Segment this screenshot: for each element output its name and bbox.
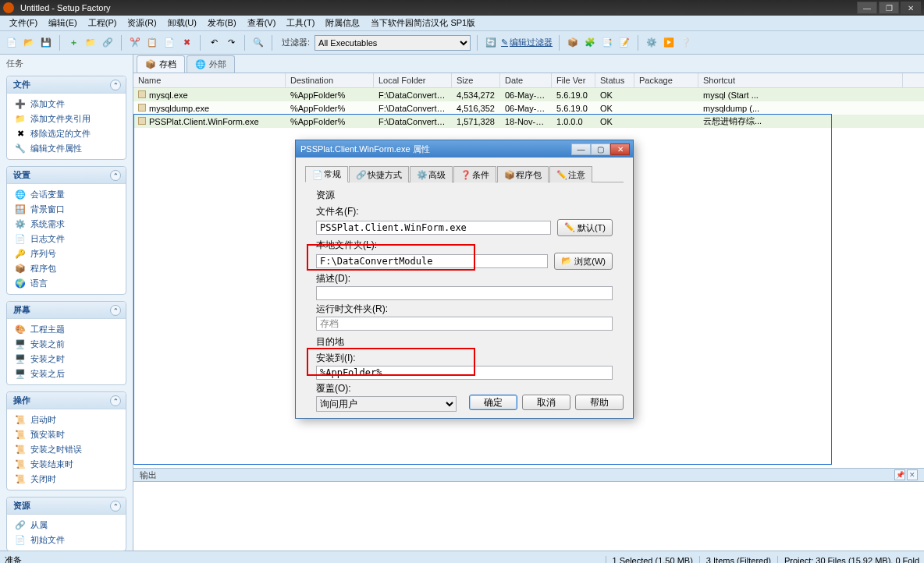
undo-icon[interactable]: ↶: [207, 36, 221, 50]
panel-screens-header[interactable]: 屏幕⌃: [7, 302, 126, 319]
add-icon[interactable]: ＋: [66, 36, 80, 50]
dialog-close-button[interactable]: ✕: [610, 143, 630, 155]
ok-button[interactable]: 确定: [469, 395, 517, 410]
add-folder-icon[interactable]: 📁: [84, 36, 98, 50]
item-pre-install[interactable]: 📜预安装时: [7, 427, 126, 442]
item-theme[interactable]: 🎨工程主题: [7, 322, 126, 337]
menu-tools[interactable]: 工具(T): [282, 16, 319, 30]
item-on-shutdown[interactable]: 📜关闭时: [7, 472, 126, 487]
table-row[interactable]: PSSPlat.Client.WinForm.exe%AppFolder%F:\…: [133, 115, 924, 128]
item-edit-file-props[interactable]: 🔧编辑文件属性: [7, 141, 126, 156]
item-dependencies[interactable]: 🔗从属: [7, 518, 126, 533]
col-size[interactable]: Size: [452, 73, 500, 87]
edit-filter-link[interactable]: ✎ 编辑过滤器: [501, 37, 553, 48]
menu-view[interactable]: 查看(V): [243, 16, 281, 30]
col-date[interactable]: Date: [500, 73, 552, 87]
item-before-install[interactable]: 🖥️安装之前: [7, 337, 126, 352]
item-requirements[interactable]: ⚙️系统需求: [7, 217, 126, 232]
tab-conditions[interactable]: ❓条件: [453, 166, 496, 182]
tab-packages[interactable]: 📦程序包: [497, 166, 549, 182]
menu-resources[interactable]: 资源(R): [123, 16, 161, 30]
item-session-vars[interactable]: 🌐会话变量: [7, 187, 126, 202]
col-shortcut[interactable]: Shortcut: [698, 73, 903, 87]
localfolder-input[interactable]: [316, 254, 548, 268]
tab-shortcut[interactable]: 🔗快捷方式: [349, 166, 409, 182]
dialog-minimize-button[interactable]: —: [571, 143, 591, 155]
close-button[interactable]: ✕: [901, 2, 921, 14]
panel-settings-header[interactable]: 设置⌃: [7, 167, 126, 184]
item-while-install[interactable]: 🖥️安装之时: [7, 352, 126, 366]
new-icon[interactable]: 📄: [5, 36, 19, 50]
save-icon[interactable]: 💾: [39, 36, 53, 50]
item-language[interactable]: 🌍语言: [7, 276, 126, 291]
filename-input[interactable]: [316, 221, 551, 235]
copy-icon[interactable]: 📋: [145, 36, 159, 50]
panel-files-header[interactable]: 文件⌃: [7, 76, 126, 94]
build-icon[interactable]: ⚙️: [645, 36, 659, 50]
item-on-startup[interactable]: 📜启动时: [7, 413, 126, 427]
tab-notes[interactable]: ✏️注意: [549, 166, 592, 182]
table-row[interactable]: mysqldump.exe%AppFolder%F:\DataConvertM.…: [133, 101, 924, 115]
menu-about[interactable]: 当下软件园简洁汉化 SP1版: [366, 16, 480, 30]
table-row[interactable]: mysql.exe%AppFolder%F:\DataConvertM...4,…: [133, 88, 924, 101]
col-file-ver[interactable]: File Ver: [552, 73, 595, 87]
tool3-icon[interactable]: 📑: [600, 36, 614, 50]
maximize-button[interactable]: ❐: [879, 2, 899, 14]
overwrite-select[interactable]: 询问用户: [316, 396, 457, 412]
col-status[interactable]: Status: [595, 73, 634, 87]
open-icon[interactable]: 📂: [22, 36, 36, 50]
tab-external[interactable]: 🌐 外部: [187, 55, 235, 73]
paste-icon[interactable]: 📄: [162, 36, 176, 50]
cancel-button[interactable]: 取消: [522, 395, 570, 410]
output-pin-icon[interactable]: 📌: [894, 469, 905, 480]
tool1-icon[interactable]: 📦: [566, 36, 580, 50]
filter-refresh-icon[interactable]: 🔄: [484, 36, 498, 50]
filter-select[interactable]: All Executables: [315, 35, 471, 51]
menu-uninstall[interactable]: 卸载(U): [163, 16, 201, 30]
panel-actions-header[interactable]: 操作⌃: [7, 392, 126, 409]
tool4-icon[interactable]: 📝: [617, 36, 631, 50]
cut-icon[interactable]: ✂️: [128, 36, 142, 50]
menu-edit[interactable]: 编辑(E): [44, 16, 82, 30]
menu-file[interactable]: 文件(F): [5, 16, 42, 30]
col-destination[interactable]: Destination: [286, 73, 374, 87]
col-package[interactable]: Package: [634, 73, 698, 87]
runtime-folder-input[interactable]: [316, 317, 613, 331]
item-add-files[interactable]: ➕添加文件: [7, 97, 126, 112]
installto-input[interactable]: [316, 366, 613, 380]
menu-project[interactable]: 工程(P): [84, 16, 122, 30]
browse-button[interactable]: 📂浏览(W): [554, 253, 613, 270]
minimize-button[interactable]: —: [857, 2, 877, 14]
col-name[interactable]: Name: [133, 73, 286, 87]
redo-icon[interactable]: ↷: [224, 36, 238, 50]
item-packages[interactable]: 📦程序包: [7, 261, 126, 276]
menu-publish[interactable]: 发布(B): [203, 16, 241, 30]
item-background[interactable]: 🪟背景窗口: [7, 202, 126, 217]
item-serial[interactable]: 🔑序列号: [7, 246, 126, 261]
menu-depend[interactable]: 附属信息: [321, 16, 364, 30]
tab-archive[interactable]: 📦 存档: [137, 55, 185, 73]
output-close-icon[interactable]: ✕: [907, 469, 918, 480]
add-ref-icon[interactable]: 🔗: [101, 36, 115, 50]
help-icon[interactable]: ❔: [679, 36, 693, 50]
item-install-error[interactable]: 📜安装之时错误: [7, 442, 126, 457]
tool2-icon[interactable]: 🧩: [583, 36, 597, 50]
find-icon[interactable]: 🔍: [251, 36, 265, 50]
run-icon[interactable]: ▶️: [662, 36, 676, 50]
dialog-titlebar[interactable]: PSSPlat.Client.WinForm.exe 属性 — ▢ ✕: [296, 140, 633, 158]
item-remove-selected[interactable]: ✖移除选定的文件: [7, 126, 126, 141]
delete-icon[interactable]: ✖: [179, 36, 194, 50]
help-button[interactable]: 帮助: [575, 395, 624, 410]
item-add-folder-ref[interactable]: 📁添加文件夹引用: [7, 112, 126, 126]
dialog-maximize-button[interactable]: ▢: [591, 143, 610, 155]
item-log-file[interactable]: 📄日志文件: [7, 232, 126, 246]
tab-advanced[interactable]: ⚙️高级: [410, 166, 453, 182]
description-input[interactable]: [316, 286, 613, 300]
item-primer-files[interactable]: 📄初始文件: [7, 533, 126, 547]
panel-resources-header[interactable]: 资源⌃: [7, 497, 126, 515]
default-button[interactable]: ✏️默认(T): [557, 219, 613, 236]
tab-general[interactable]: 📄常规: [305, 166, 348, 182]
col-local-folder[interactable]: Local Folder: [374, 73, 452, 87]
item-after-install[interactable]: 🖥️安装之后: [7, 366, 126, 381]
item-install-end[interactable]: 📜安装结束时: [7, 457, 126, 472]
